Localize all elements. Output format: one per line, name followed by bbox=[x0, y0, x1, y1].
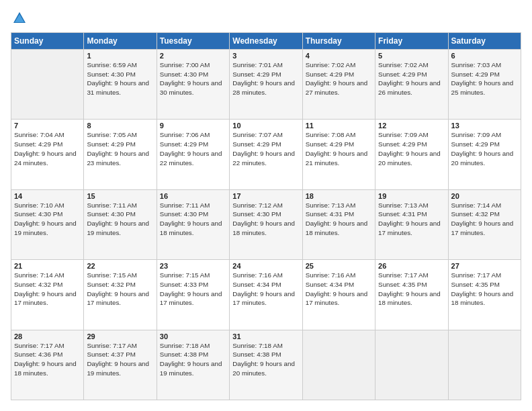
day-detail: Sunrise: 7:10 AMSunset: 4:30 PMDaylight:… bbox=[14, 201, 81, 238]
calendar-cell: 24Sunrise: 7:16 AMSunset: 4:34 PMDayligh… bbox=[230, 260, 302, 330]
day-detail: Sunrise: 7:15 AMSunset: 4:32 PMDaylight:… bbox=[87, 271, 153, 308]
day-number: 15 bbox=[87, 192, 153, 200]
day-detail: Sunrise: 7:11 AMSunset: 4:30 PMDaylight:… bbox=[87, 201, 153, 238]
calendar-cell: 28Sunrise: 7:17 AMSunset: 4:36 PMDayligh… bbox=[11, 330, 84, 400]
calendar-cell: 2Sunrise: 7:00 AMSunset: 4:30 PMDaylight… bbox=[157, 50, 229, 120]
day-detail: Sunrise: 7:12 AMSunset: 4:30 PMDaylight:… bbox=[232, 201, 299, 238]
day-detail: Sunrise: 7:02 AMSunset: 4:29 PMDaylight:… bbox=[306, 60, 372, 97]
calendar-cell: 11Sunrise: 7:08 AMSunset: 4:29 PMDayligh… bbox=[302, 120, 375, 189]
weekday-header-saturday: Saturday bbox=[448, 33, 521, 50]
calendar-cell: 3Sunrise: 7:01 AMSunset: 4:29 PMDaylight… bbox=[230, 50, 302, 120]
day-number: 17 bbox=[232, 192, 299, 200]
calendar-cell: 27Sunrise: 7:17 AMSunset: 4:35 PMDayligh… bbox=[448, 260, 521, 330]
calendar-cell: 29Sunrise: 7:17 AMSunset: 4:37 PMDayligh… bbox=[84, 330, 157, 400]
day-detail: Sunrise: 7:09 AMSunset: 4:29 PMDaylight:… bbox=[378, 130, 445, 167]
day-number: 30 bbox=[160, 332, 226, 340]
day-number: 28 bbox=[14, 332, 81, 340]
header bbox=[11, 11, 521, 26]
day-detail: Sunrise: 7:16 AMSunset: 4:34 PMDaylight:… bbox=[306, 271, 372, 308]
day-number: 7 bbox=[14, 122, 81, 130]
day-detail: Sunrise: 6:59 AMSunset: 4:30 PMDaylight:… bbox=[87, 60, 153, 97]
day-detail: Sunrise: 7:13 AMSunset: 4:31 PMDaylight:… bbox=[378, 201, 445, 238]
day-number: 26 bbox=[378, 262, 445, 270]
day-detail: Sunrise: 7:15 AMSunset: 4:33 PMDaylight:… bbox=[160, 271, 226, 308]
day-number: 11 bbox=[306, 122, 372, 130]
calendar-cell: 5Sunrise: 7:02 AMSunset: 4:29 PMDaylight… bbox=[375, 50, 448, 120]
day-detail: Sunrise: 7:14 AMSunset: 4:32 PMDaylight:… bbox=[14, 271, 81, 308]
day-number: 31 bbox=[232, 332, 299, 340]
week-row-4: 28Sunrise: 7:17 AMSunset: 4:36 PMDayligh… bbox=[11, 330, 521, 400]
calendar-cell: 10Sunrise: 7:07 AMSunset: 4:29 PMDayligh… bbox=[230, 120, 302, 189]
day-number: 6 bbox=[451, 52, 518, 60]
logo-icon bbox=[12, 11, 27, 26]
calendar-cell bbox=[11, 50, 84, 120]
day-number: 27 bbox=[451, 262, 518, 270]
calendar-cell bbox=[448, 330, 521, 400]
day-detail: Sunrise: 7:18 AMSunset: 4:38 PMDaylight:… bbox=[232, 341, 299, 378]
weekday-header-friday: Friday bbox=[375, 33, 448, 50]
day-number: 10 bbox=[232, 122, 299, 130]
calendar-cell: 26Sunrise: 7:17 AMSunset: 4:35 PMDayligh… bbox=[375, 260, 448, 330]
day-number: 5 bbox=[378, 52, 445, 60]
weekday-header-monday: Monday bbox=[84, 33, 157, 50]
day-number: 4 bbox=[306, 52, 372, 60]
day-detail: Sunrise: 7:06 AMSunset: 4:29 PMDaylight:… bbox=[160, 130, 226, 167]
weekday-header-sunday: Sunday bbox=[11, 33, 84, 50]
calendar-cell: 22Sunrise: 7:15 AMSunset: 4:32 PMDayligh… bbox=[84, 260, 157, 330]
day-detail: Sunrise: 7:17 AMSunset: 4:36 PMDaylight:… bbox=[14, 341, 81, 378]
day-detail: Sunrise: 7:07 AMSunset: 4:29 PMDaylight:… bbox=[232, 130, 299, 167]
calendar-cell: 7Sunrise: 7:04 AMSunset: 4:29 PMDaylight… bbox=[11, 120, 84, 189]
day-number: 29 bbox=[87, 332, 153, 340]
calendar-cell: 14Sunrise: 7:10 AMSunset: 4:30 PMDayligh… bbox=[11, 189, 84, 259]
day-number: 12 bbox=[378, 122, 445, 130]
day-detail: Sunrise: 7:05 AMSunset: 4:29 PMDaylight:… bbox=[87, 130, 153, 167]
calendar-table: SundayMondayTuesdayWednesdayThursdayFrid… bbox=[11, 32, 521, 400]
day-detail: Sunrise: 7:11 AMSunset: 4:30 PMDaylight:… bbox=[160, 201, 226, 238]
day-detail: Sunrise: 7:09 AMSunset: 4:29 PMDaylight:… bbox=[451, 130, 518, 167]
calendar-cell: 15Sunrise: 7:11 AMSunset: 4:30 PMDayligh… bbox=[84, 189, 157, 259]
day-number: 20 bbox=[451, 192, 518, 200]
weekday-header-thursday: Thursday bbox=[302, 33, 375, 50]
calendar-cell: 30Sunrise: 7:18 AMSunset: 4:38 PMDayligh… bbox=[157, 330, 229, 400]
calendar-cell: 18Sunrise: 7:13 AMSunset: 4:31 PMDayligh… bbox=[302, 189, 375, 259]
week-row-0: 1Sunrise: 6:59 AMSunset: 4:30 PMDaylight… bbox=[11, 50, 521, 120]
day-detail: Sunrise: 7:17 AMSunset: 4:37 PMDaylight:… bbox=[87, 341, 153, 378]
day-detail: Sunrise: 7:02 AMSunset: 4:29 PMDaylight:… bbox=[378, 60, 445, 97]
calendar-cell: 16Sunrise: 7:11 AMSunset: 4:30 PMDayligh… bbox=[157, 189, 229, 259]
calendar-cell: 8Sunrise: 7:05 AMSunset: 4:29 PMDaylight… bbox=[84, 120, 157, 189]
day-detail: Sunrise: 7:17 AMSunset: 4:35 PMDaylight:… bbox=[378, 271, 445, 308]
weekday-header-wednesday: Wednesday bbox=[230, 33, 302, 50]
week-row-1: 7Sunrise: 7:04 AMSunset: 4:29 PMDaylight… bbox=[11, 120, 521, 189]
day-number: 16 bbox=[160, 192, 226, 200]
calendar-cell: 1Sunrise: 6:59 AMSunset: 4:30 PMDaylight… bbox=[84, 50, 157, 120]
calendar-cell: 6Sunrise: 7:03 AMSunset: 4:29 PMDaylight… bbox=[448, 50, 521, 120]
day-number: 19 bbox=[378, 192, 445, 200]
day-number: 3 bbox=[232, 52, 299, 60]
day-detail: Sunrise: 7:03 AMSunset: 4:29 PMDaylight:… bbox=[451, 60, 518, 97]
calendar-cell: 4Sunrise: 7:02 AMSunset: 4:29 PMDaylight… bbox=[302, 50, 375, 120]
calendar-cell: 12Sunrise: 7:09 AMSunset: 4:29 PMDayligh… bbox=[375, 120, 448, 189]
calendar-cell: 21Sunrise: 7:14 AMSunset: 4:32 PMDayligh… bbox=[11, 260, 84, 330]
calendar-cell bbox=[302, 330, 375, 400]
calendar-cell: 17Sunrise: 7:12 AMSunset: 4:30 PMDayligh… bbox=[230, 189, 302, 259]
day-detail: Sunrise: 7:17 AMSunset: 4:35 PMDaylight:… bbox=[451, 271, 518, 308]
day-detail: Sunrise: 7:16 AMSunset: 4:34 PMDaylight:… bbox=[232, 271, 299, 308]
day-number: 18 bbox=[306, 192, 372, 200]
day-number: 9 bbox=[160, 122, 226, 130]
day-detail: Sunrise: 7:00 AMSunset: 4:30 PMDaylight:… bbox=[160, 60, 226, 97]
day-number: 23 bbox=[160, 262, 226, 270]
weekday-header-row: SundayMondayTuesdayWednesdayThursdayFrid… bbox=[11, 33, 521, 50]
day-number: 2 bbox=[160, 52, 226, 60]
day-detail: Sunrise: 7:14 AMSunset: 4:32 PMDaylight:… bbox=[451, 201, 518, 238]
day-detail: Sunrise: 7:01 AMSunset: 4:29 PMDaylight:… bbox=[232, 60, 299, 97]
day-number: 8 bbox=[87, 122, 153, 130]
day-detail: Sunrise: 7:13 AMSunset: 4:31 PMDaylight:… bbox=[306, 201, 372, 238]
day-number: 24 bbox=[232, 262, 299, 270]
page: SundayMondayTuesdayWednesdayThursdayFrid… bbox=[0, 0, 532, 411]
calendar-cell: 19Sunrise: 7:13 AMSunset: 4:31 PMDayligh… bbox=[375, 189, 448, 259]
day-detail: Sunrise: 7:04 AMSunset: 4:29 PMDaylight:… bbox=[14, 130, 81, 167]
logo bbox=[11, 11, 27, 26]
week-row-3: 21Sunrise: 7:14 AMSunset: 4:32 PMDayligh… bbox=[11, 260, 521, 330]
calendar-cell: 20Sunrise: 7:14 AMSunset: 4:32 PMDayligh… bbox=[448, 189, 521, 259]
day-number: 22 bbox=[87, 262, 153, 270]
